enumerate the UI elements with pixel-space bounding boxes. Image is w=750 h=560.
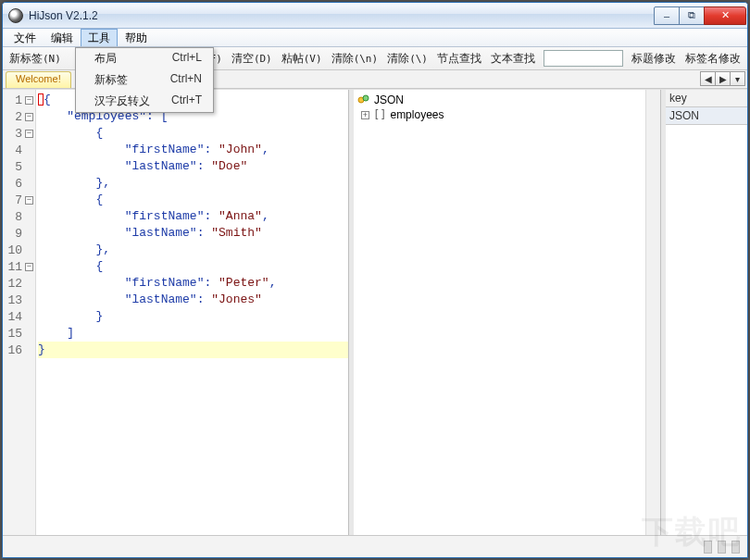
- menu-file[interactable]: 文件: [6, 29, 44, 46]
- code-line: {: [38, 192, 348, 208]
- gutter-line: 6: [3, 175, 35, 192]
- toolbar-remove-newline-key: (\n): [354, 53, 379, 65]
- code-line: ]: [38, 325, 348, 342]
- code-line: },: [38, 242, 348, 258]
- statusbar: [3, 535, 747, 557]
- tab-nav-right[interactable]: ▶: [715, 71, 731, 86]
- gutter-line: 10: [3, 242, 35, 258]
- content-area: 1−2−3−4567−891011−1213141516 { "employee…: [3, 89, 747, 535]
- toolbar-paste-key: (V): [304, 53, 322, 65]
- gutter-line: 12: [3, 275, 35, 292]
- editor-pane[interactable]: 1−2−3−4567−891011−1213141516 { "employee…: [3, 90, 349, 535]
- window-title: HiJson V2.1.2: [29, 9, 655, 22]
- tools-dropdown: 布局 Ctrl+L 新标签 Ctrl+N 汉字反转义 Ctrl+T: [75, 47, 214, 113]
- fold-toggle[interactable]: −: [25, 130, 33, 138]
- toolbar-remove-backslash-key: (\): [409, 53, 428, 65]
- dropdown-item-unescape-shortcut: Ctrl+T: [171, 93, 202, 109]
- close-button[interactable]: ✕: [704, 6, 746, 25]
- toolbar-node-find[interactable]: 节点查找: [432, 48, 486, 69]
- toolbar-text-find[interactable]: 文本查找: [486, 48, 540, 69]
- menu-edit[interactable]: 编辑: [44, 29, 81, 46]
- close-icon: ✕: [721, 9, 730, 21]
- tree-root[interactable]: JSON: [357, 93, 656, 107]
- code-line: }: [38, 308, 348, 325]
- gutter-line: 8: [3, 208, 35, 225]
- maximize-icon: ⧉: [688, 9, 695, 21]
- menu-tools[interactable]: 工具: [81, 29, 118, 46]
- fold-toggle[interactable]: −: [25, 196, 33, 205]
- code-line: "firstName": "John",: [38, 142, 348, 158]
- toolbar-clear-key: (D): [254, 53, 272, 65]
- gutter-line: 1−: [3, 92, 35, 108]
- gutter-line: 4: [3, 142, 35, 158]
- dropdown-item-newtab-label: 新标签: [94, 72, 128, 88]
- toolbar-remove-backslash-label: 清除: [387, 52, 409, 65]
- toolbar-tabname-edit[interactable]: 标签名修改: [681, 48, 745, 69]
- toolbar-remove-backslash[interactable]: 清除(\): [382, 48, 432, 69]
- toolbar-search-input[interactable]: [544, 50, 623, 67]
- toolbar-clear-label: 清空: [231, 52, 254, 65]
- toolbar-remove-newline[interactable]: 清除(\n): [327, 48, 383, 69]
- minimize-icon: –: [664, 10, 669, 21]
- toolbar-paste-label: 粘帖: [281, 52, 304, 65]
- tab-nav-left[interactable]: ◀: [700, 71, 716, 86]
- code-line: {: [38, 125, 348, 142]
- status-segment: [731, 541, 740, 554]
- code-line: "lastName": "Smith": [38, 225, 348, 242]
- properties-header: key: [666, 90, 747, 107]
- code-line: {: [38, 258, 348, 275]
- array-icon: []: [373, 108, 386, 121]
- code-line: "firstName": "Peter",: [38, 275, 348, 292]
- dropdown-item-unescape-label: 汉字反转义: [94, 93, 150, 109]
- gutter-line: 2−: [3, 108, 35, 125]
- window-controls: – ⧉ ✕: [655, 6, 746, 25]
- toolbar-new-tab-label: 新标签: [9, 52, 43, 65]
- gutter-line: 7−: [3, 192, 35, 208]
- gutter-line: 14: [3, 308, 35, 325]
- gutter-line: 5: [3, 158, 35, 175]
- toolbar-paste[interactable]: 粘帖(V): [277, 48, 327, 69]
- toolbar-clear[interactable]: 清空(D): [227, 48, 277, 69]
- code-area[interactable]: { "employees": [ { "firstName": "John", …: [36, 90, 348, 535]
- gutter-line: 15: [3, 325, 35, 342]
- properties-row-0[interactable]: JSON: [666, 107, 747, 125]
- tree-child-0[interactable]: + [] employees: [357, 107, 656, 122]
- dropdown-item-layout-shortcut: Ctrl+L: [172, 51, 202, 67]
- code-line: "firstName": "Anna",: [38, 208, 348, 225]
- gutter-line: 16: [3, 342, 35, 358]
- toolbar-new-tab[interactable]: 新标签(N): [5, 48, 66, 69]
- gutter-line: 11−: [3, 258, 35, 275]
- dropdown-item-layout[interactable]: 布局 Ctrl+L: [76, 48, 213, 69]
- tree-scrollbar[interactable]: [645, 90, 660, 535]
- minimize-button[interactable]: –: [654, 6, 680, 25]
- status-segment: [704, 541, 712, 554]
- menubar: 文件 编辑 工具 帮助: [3, 29, 747, 47]
- fold-toggle[interactable]: −: [25, 113, 33, 121]
- dropdown-item-unescape[interactable]: 汉字反转义 Ctrl+T: [76, 91, 213, 112]
- line-gutter: 1−2−3−4567−891011−1213141516: [3, 90, 36, 535]
- dropdown-item-newtab[interactable]: 新标签 Ctrl+N: [76, 69, 213, 91]
- tab-nav-menu[interactable]: ▾: [730, 71, 745, 86]
- toolbar-new-tab-key: (N): [43, 53, 61, 65]
- gutter-line: 9: [3, 225, 35, 242]
- fold-toggle[interactable]: −: [25, 263, 33, 271]
- fold-toggle[interactable]: −: [25, 96, 33, 105]
- toolbar-remove-newline-label: 清除: [331, 52, 354, 65]
- tab-welcome[interactable]: Welcome!: [6, 71, 71, 88]
- json-root-icon: [357, 93, 370, 106]
- maximize-button[interactable]: ⧉: [679, 6, 705, 25]
- titlebar[interactable]: HiJson V2.1.2 – ⧉ ✕: [3, 3, 747, 29]
- tree-child-0-label: employees: [390, 108, 444, 121]
- expand-icon[interactable]: +: [361, 111, 369, 119]
- tree-root-label: JSON: [374, 93, 404, 106]
- menu-help[interactable]: 帮助: [118, 29, 155, 46]
- code-line: }: [38, 342, 348, 358]
- code-line: },: [38, 175, 348, 192]
- app-icon: [8, 8, 23, 23]
- status-segment: [718, 541, 726, 554]
- tree-pane[interactable]: JSON + [] employees: [354, 90, 661, 535]
- properties-pane: key JSON: [666, 90, 747, 535]
- toolbar-title-edit[interactable]: 标题修改: [627, 48, 681, 69]
- code-line: "lastName": "Jones": [38, 292, 348, 308]
- dropdown-item-layout-label: 布局: [94, 51, 117, 67]
